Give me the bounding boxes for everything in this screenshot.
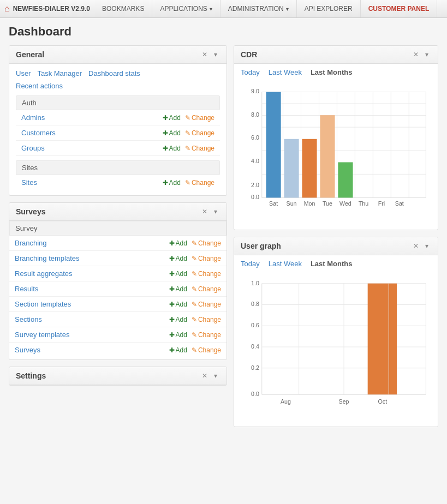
plus-icon: ✚ [169,346,175,354]
svg-text:Sat: Sat [395,200,404,207]
general-link-dashboard-stats[interactable]: Dashboard stats [88,69,140,77]
svg-text:9.0: 9.0 [251,88,259,94]
item-survey-templates[interactable]: Survey templates [15,331,69,339]
results-change-button[interactable]: ✎ Change [192,285,221,293]
sites-actions: ✚ Add ✎ Change [163,179,214,187]
svg-text:Thu: Thu [359,200,368,207]
item-branching[interactable]: Branching [15,239,47,247]
groups-change-button[interactable]: ✎ Change [185,145,214,152]
groups-add-button[interactable]: ✚ Add [163,145,181,152]
general-panel-header: General ✕ ▾ [9,46,227,64]
brand-logo[interactable]: ⌂ NEWFIES-DIALER V2.9.0 [4,4,90,14]
admins-change-button[interactable]: ✎ Change [185,114,214,122]
survey-templates-actions: ✚ Add ✎ Change [169,331,221,339]
general-links: User Task Manager Dashboard stats [16,69,220,77]
sites-change-button[interactable]: ✎ Change [185,179,214,187]
sites-add-button[interactable]: ✚ Add [163,179,181,187]
general-panel-close[interactable]: ✕ [200,50,209,59]
section-templates-change-button[interactable]: ✎ Change [192,301,221,308]
cdr-panel-controls: ✕ ▾ [412,50,431,59]
cdr-panel-title: CDR [241,50,257,59]
nav-tab-customer-panel[interactable]: CUSTOMER PANEL [361,0,438,17]
item-branching-templates[interactable]: Branching templates [15,254,80,262]
nav-tab-applications[interactable]: APPLICATIONS ▾ [152,0,220,17]
item-section-templates[interactable]: Section templates [15,300,71,308]
edit-icon: ✎ [192,255,197,262]
table-row: Branching templates ✚ Add ✎ Change [9,251,227,266]
results-actions: ✚ Add ✎ Change [169,285,221,293]
cdr-chart-tabs: Today Last Week Last Months [234,64,438,76]
main-layout: General ✕ ▾ User Task Manager Dashboard … [9,45,438,434]
general-link-user[interactable]: User [16,69,31,77]
item-customers[interactable]: Customers [21,129,56,137]
settings-panel: Settings ✕ ▾ [9,367,227,386]
branching-templates-change-button[interactable]: ✎ Change [192,255,221,262]
admins-actions: ✚ Add ✎ Change [163,114,214,122]
usergraph-chart-tabs: Today Last Week Last Months [234,255,438,268]
result-aggregates-add-button[interactable]: ✚ Add [169,270,187,278]
branching-templates-add-button[interactable]: ✚ Add [169,255,187,262]
item-result-aggregates[interactable]: Result aggregates [15,269,73,278]
sections-change-button[interactable]: ✎ Change [192,316,221,323]
usergraph-bar-oct [368,284,397,395]
surveys-change-button[interactable]: ✎ Change [192,346,221,354]
surveys-panel-close[interactable]: ✕ [200,207,209,216]
usergraph-panel-collapse[interactable]: ▾ [422,242,431,250]
sections-add-button[interactable]: ✚ Add [169,316,187,323]
admins-add-button[interactable]: ✚ Add [163,114,181,122]
svg-text:8.0: 8.0 [251,111,259,118]
plus-icon: ✚ [163,145,168,152]
section-templates-add-button[interactable]: ✚ Add [169,301,187,308]
cdr-panel-close[interactable]: ✕ [412,50,420,59]
cdr-panel-header: CDR ✕ ▾ [234,46,438,64]
table-row: Customers ✚ Add ✎ Change [16,125,220,141]
survey-templates-change-button[interactable]: ✎ Change [192,331,221,339]
usergraph-panel-header: User graph ✕ ▾ [234,237,438,255]
result-aggregates-change-button[interactable]: ✎ Change [192,270,221,278]
item-results[interactable]: Results [15,285,38,293]
usergraph-panel-close[interactable]: ✕ [412,242,420,250]
nav-tab-administration[interactable]: ADMINISTRATION ▾ [220,0,297,17]
svg-text:Wed: Wed [339,200,351,207]
usergraph-tab-last-week[interactable]: Last Week [269,260,302,268]
item-admins[interactable]: Admins [21,113,45,122]
usergraph-tab-last-months[interactable]: Last Months [311,260,353,268]
branching-change-button[interactable]: ✎ Change [192,239,221,247]
general-panel: General ✕ ▾ User Task Manager Dashboard … [9,45,227,196]
table-row: Result aggregates ✚ Add ✎ Change [9,266,227,281]
branching-add-button[interactable]: ✚ Add [169,239,187,247]
svg-text:Sun: Sun [287,200,297,207]
cdr-tab-last-week[interactable]: Last Week [269,68,302,76]
surveys-panel: Surveys ✕ ▾ Survey Branching ✚ Add ✎ Cha… [9,202,227,360]
surveys-add-button[interactable]: ✚ Add [169,346,187,354]
branching-templates-actions: ✚ Add ✎ Change [169,255,221,262]
survey-templates-add-button[interactable]: ✚ Add [169,331,187,339]
usergraph-chart-svg: 1.0 0.8 0.6 0.4 0.2 0.0 [241,273,431,421]
item-groups[interactable]: Groups [21,144,45,152]
results-add-button[interactable]: ✚ Add [169,285,187,293]
item-sites[interactable]: Sites [21,178,37,187]
surveys-panel-collapse[interactable]: ▾ [211,207,220,216]
usergraph-tab-today[interactable]: Today [241,260,260,268]
table-row: Sites ✚ Add ✎ Change [16,175,220,190]
item-sections[interactable]: Sections [15,315,42,323]
general-link-recent-actions[interactable]: Recent actions [16,82,63,90]
item-surveys[interactable]: Surveys [15,346,40,354]
cdr-panel-collapse[interactable]: ▾ [422,50,431,59]
usergraph-panel: User graph ✕ ▾ Today Last Week Last Mont… [234,237,438,427]
general-link-task-manager[interactable]: Task Manager [37,69,82,77]
nav-tab-api-explorer[interactable]: API EXPLORER [297,0,361,17]
cdr-tab-last-months[interactable]: Last Months [311,68,353,76]
edit-icon: ✎ [185,145,190,152]
nav-tab-bookmarks[interactable]: BOOKMARKS [94,0,152,17]
branching-actions: ✚ Add ✎ Change [169,239,221,247]
cdr-tab-today[interactable]: Today [241,68,260,76]
settings-panel-collapse[interactable]: ▾ [211,371,220,380]
usergraph-panel-title: User graph [241,242,281,250]
settings-panel-close[interactable]: ✕ [200,371,209,380]
svg-text:Fri: Fri [378,200,385,207]
general-panel-collapse[interactable]: ▾ [211,50,220,59]
chevron-down-icon: ▾ [286,6,289,12]
customers-change-button[interactable]: ✎ Change [185,129,214,137]
customers-add-button[interactable]: ✚ Add [163,129,181,137]
